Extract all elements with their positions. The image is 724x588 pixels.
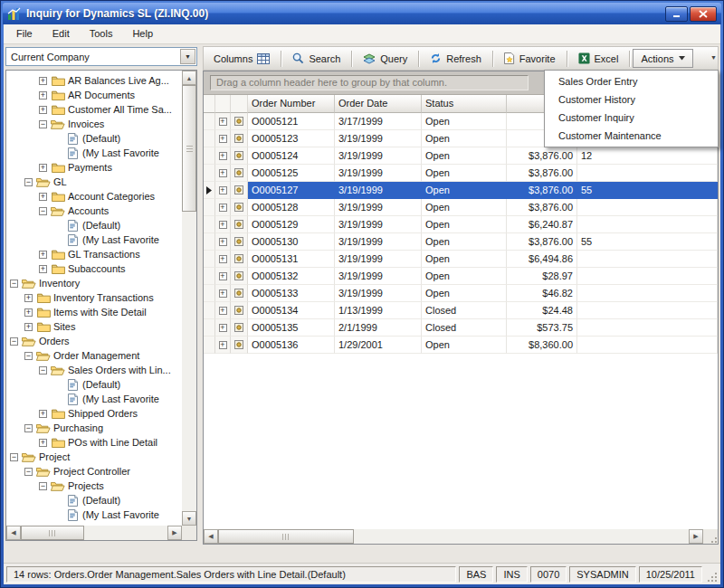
actions-menu-item[interactable]: Sales Order Entry xyxy=(545,72,718,90)
tree-item[interactable]: −Order Management xyxy=(6,348,182,363)
expand-icon[interactable]: + xyxy=(39,410,47,418)
tree-item[interactable]: −Purchasing xyxy=(6,421,182,435)
row-attachment-button[interactable] xyxy=(231,113,248,130)
scroll-up-button[interactable]: ▲ xyxy=(182,71,196,85)
toolbar-columns-button[interactable]: Columns xyxy=(205,49,278,68)
tree-item[interactable]: (Default) xyxy=(6,377,182,392)
scroll-right-button[interactable]: ▶ xyxy=(689,529,703,544)
toolbar-excel-button[interactable]: Excel xyxy=(570,49,627,68)
table-row[interactable]: + O0005130 3/19/1999 Open $3,876.00 55 xyxy=(204,233,718,251)
row-expand-button[interactable]: + xyxy=(215,319,231,337)
actions-menu-item[interactable]: Customer History xyxy=(545,90,718,109)
row-expand-button[interactable]: + xyxy=(215,302,231,319)
toolbar-query-button[interactable]: Query xyxy=(355,49,415,68)
actions-menu-item[interactable]: Customer Inquiry xyxy=(545,109,718,127)
tree-item[interactable]: +Account Categories xyxy=(6,189,182,204)
expand-icon[interactable]: + xyxy=(39,91,47,100)
row-expand-button[interactable]: + xyxy=(215,182,231,199)
row-expand-button[interactable]: + xyxy=(215,216,231,233)
resize-grip[interactable] xyxy=(705,566,718,583)
tree-item[interactable]: +AR Balances Live Ag... xyxy=(6,73,182,88)
expand-icon[interactable]: + xyxy=(24,323,33,331)
toolbar-favorite-button[interactable]: Favorite xyxy=(496,49,564,68)
tree-item[interactable]: +Items with Site Detail xyxy=(6,305,182,319)
row-attachment-button[interactable] xyxy=(231,251,248,268)
menubar-item-edit[interactable]: Edit xyxy=(43,24,80,43)
toolbar-actions-button[interactable]: Actions xyxy=(633,49,692,68)
scrollbar-thumb[interactable] xyxy=(218,529,354,544)
tree-item[interactable]: (Default) xyxy=(6,218,182,232)
scroll-right-button[interactable]: ▶ xyxy=(167,526,182,540)
table-row[interactable]: + O0005127 3/19/1999 Open $3,876.00 55 xyxy=(204,182,718,199)
tree-item[interactable]: −Invoices xyxy=(6,117,182,131)
collapse-icon[interactable]: − xyxy=(39,207,47,215)
row-attachment-button[interactable] xyxy=(231,302,248,319)
tree-item[interactable]: −Sales Orders with Lin... xyxy=(6,363,182,377)
tree-item[interactable]: +Sites xyxy=(6,319,182,334)
expand-icon[interactable]: + xyxy=(39,265,47,273)
tree-item[interactable]: −Accounts xyxy=(6,204,182,218)
expand-icon[interactable]: + xyxy=(39,439,47,447)
expand-icon[interactable]: + xyxy=(39,164,47,172)
scrollbar-thumb[interactable] xyxy=(182,85,196,212)
expand-icon[interactable]: + xyxy=(24,294,33,302)
expand-icon[interactable]: + xyxy=(24,308,33,317)
expand-icon[interactable]: + xyxy=(39,106,47,114)
row-attachment-button[interactable] xyxy=(231,319,248,337)
row-attachment-button[interactable] xyxy=(231,337,248,354)
toolbar-refresh-button[interactable]: Refresh xyxy=(422,49,490,68)
scrollbar-thumb[interactable] xyxy=(21,526,84,540)
actions-menu-item[interactable]: Customer Maintenance xyxy=(545,127,718,145)
tree-item[interactable]: −GL xyxy=(6,175,182,189)
collapse-icon[interactable]: − xyxy=(24,352,33,360)
table-row[interactable]: + O0005133 3/19/1999 Open $46.82 xyxy=(204,285,718,302)
tree-item[interactable]: −Projects xyxy=(6,479,182,493)
table-row[interactable]: + O0005135 2/1/1999 Closed $573.75 xyxy=(204,319,718,337)
tree-item[interactable]: +Shipped Orders xyxy=(6,406,182,421)
table-row[interactable]: + O0005132 3/19/1999 Open $28.97 xyxy=(204,268,718,285)
table-row[interactable]: + O0005129 3/19/1999 Open $6,240.87 xyxy=(204,216,718,233)
row-expand-button[interactable]: + xyxy=(215,113,231,130)
tree-item[interactable]: (My Last Favorite xyxy=(6,392,182,406)
tree-item[interactable]: +AR Documents xyxy=(6,88,182,102)
expand-icon[interactable]: + xyxy=(39,193,47,201)
tree-item[interactable]: −Project xyxy=(6,450,182,464)
row-expand-button[interactable]: + xyxy=(215,285,231,302)
collapse-icon[interactable]: − xyxy=(10,280,18,288)
tree-item[interactable]: (My Last Favorite xyxy=(6,232,182,247)
collapse-icon[interactable]: − xyxy=(10,453,18,461)
collapse-icon[interactable]: − xyxy=(39,120,47,128)
tree-vertical-scrollbar[interactable]: ▲ ▼ xyxy=(182,71,196,526)
column-header-order-number[interactable]: Order Number xyxy=(248,95,335,113)
toolbar-overflow-button[interactable]: ▼ xyxy=(710,54,717,61)
table-row[interactable]: + O0005125 3/19/1999 Open $3,876.00 xyxy=(204,165,718,182)
row-expand-button[interactable]: + xyxy=(215,199,231,216)
company-selector[interactable]: Current Company ▼ xyxy=(5,47,197,66)
tree-item[interactable]: +Inventory Transactions xyxy=(6,290,182,305)
column-header-status[interactable]: Status xyxy=(422,95,507,113)
expand-icon[interactable]: + xyxy=(39,251,47,259)
tree-item[interactable]: +POs with Line Detail xyxy=(6,435,182,450)
row-attachment-button[interactable] xyxy=(231,216,248,233)
expand-icon[interactable]: + xyxy=(39,77,47,85)
close-button[interactable] xyxy=(690,6,717,22)
row-expand-button[interactable]: + xyxy=(215,251,231,268)
row-attachment-button[interactable] xyxy=(231,285,248,302)
row-attachment-button[interactable] xyxy=(231,268,248,285)
tree-item[interactable]: (Default) xyxy=(6,493,182,507)
minimize-button[interactable] xyxy=(665,6,688,22)
row-attachment-button[interactable] xyxy=(231,199,248,216)
grid-horizontal-scrollbar[interactable]: ◀ ▶ xyxy=(204,529,703,544)
tree-item[interactable]: −Inventory xyxy=(6,276,182,290)
scroll-left-button[interactable]: ◀ xyxy=(6,526,21,540)
title-bar[interactable]: Inquiry for Dynamics SL (ZI.INQ.00) xyxy=(3,3,721,24)
chevron-down-icon[interactable]: ▼ xyxy=(180,49,195,64)
row-attachment-button[interactable] xyxy=(231,182,248,199)
tree-item[interactable]: +Customer All Time Sa... xyxy=(6,102,182,117)
tree-item[interactable]: (Default) xyxy=(6,131,182,146)
scroll-down-button[interactable]: ▼ xyxy=(182,511,196,526)
tree-item[interactable]: (My Last Favorite xyxy=(6,146,182,160)
tree-item[interactable]: (My Last Favorite xyxy=(6,507,182,522)
table-row[interactable]: + O0005128 3/19/1999 Open $3,876.00 xyxy=(204,199,718,216)
row-attachment-button[interactable] xyxy=(231,165,248,182)
